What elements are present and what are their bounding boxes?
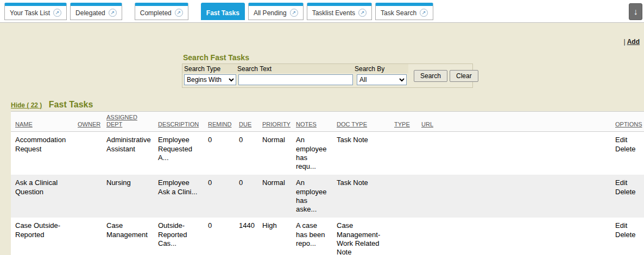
cell-due: 0: [235, 175, 258, 218]
search-controls-row: Begins With All: [182, 73, 408, 87]
tab-label: All Pending: [254, 9, 287, 17]
tab-label: Completed: [140, 9, 172, 17]
fast-tasks-table: NAME OWNER ASSIGNED DEPT DESCRIPTION REM…: [11, 111, 644, 255]
tab-label: Tasklist Events: [312, 9, 355, 17]
cell-options: Edit Delete: [611, 218, 644, 255]
tab-scroll-down-button[interactable]: ↓: [629, 3, 642, 20]
search-type-label: Search Type: [182, 65, 237, 73]
col-header-notes[interactable]: NOTES: [292, 119, 332, 131]
cell-type: [390, 132, 417, 175]
cell-notes: A case has been repo...: [292, 218, 332, 255]
search-type-select[interactable]: Begins With: [184, 74, 236, 85]
cell-url: [417, 132, 611, 175]
cell-doc-type: Task Note: [332, 175, 390, 218]
cell-notes: An employee has requ...: [292, 132, 332, 175]
col-header-priority[interactable]: PRIORITY: [258, 119, 292, 131]
fast-task-row: Accommodation Request Administrative Ass…: [11, 132, 644, 175]
cell-due: 1440: [235, 218, 258, 255]
tab-completed[interactable]: Completed ↗: [135, 3, 188, 20]
delete-link[interactable]: Delete: [615, 145, 640, 154]
col-header-options[interactable]: OPTIONS: [611, 119, 644, 131]
tab-fast-tasks[interactable]: Fast Tasks: [201, 3, 245, 20]
cell-remind: 0: [204, 175, 235, 218]
add-link[interactable]: Add: [627, 38, 640, 46]
search-buttons: Search Clear: [414, 70, 478, 82]
cell-url: [417, 218, 611, 255]
open-in-new-icon[interactable]: ↗: [358, 9, 367, 17]
fast-task-row: Case Outside-Reported Case Management Ou…: [11, 218, 644, 255]
cell-assigned-dept: Administrative Assistant: [102, 132, 154, 175]
delete-link[interactable]: Delete: [615, 231, 640, 239]
cell-name: Ask a Clinical Question: [11, 175, 73, 218]
delete-link[interactable]: Delete: [615, 188, 640, 196]
cell-options: Edit Delete: [611, 175, 644, 218]
tab-all-pending[interactable]: All Pending ↗: [248, 3, 304, 20]
list-title: Fast Tasks: [49, 100, 93, 109]
cell-assigned-dept: Case Management: [102, 218, 154, 255]
col-header-description[interactable]: DESCRIPTION: [154, 119, 204, 131]
col-header-type[interactable]: TYPE: [390, 119, 417, 131]
col-header-url[interactable]: URL: [417, 119, 611, 131]
cell-description: Outside-Reported Cas...: [154, 218, 204, 255]
search-button[interactable]: Search: [414, 70, 447, 82]
tab-label: Your Task List: [10, 9, 50, 17]
arrow-down-icon: ↓: [634, 7, 638, 17]
cell-doc-type: Task Note: [332, 132, 390, 175]
tab-your-task-list[interactable]: Your Task List ↗: [4, 3, 67, 20]
table-header-row: NAME OWNER ASSIGNED DEPT DESCRIPTION REM…: [11, 111, 644, 132]
cell-priority: High: [258, 218, 292, 255]
clear-button[interactable]: Clear: [450, 70, 478, 82]
cell-doc-type: Case Management-Work Related Note: [332, 218, 390, 255]
cell-name: Case Outside-Reported: [11, 218, 73, 255]
hide-count-link[interactable]: Hide ( 22 ): [11, 101, 42, 109]
tab-bar: Your Task List ↗ Delegated ↗ Completed ↗…: [0, 0, 644, 23]
cell-url: [417, 175, 611, 218]
col-header-remind[interactable]: REMIND: [204, 119, 235, 131]
col-header-name[interactable]: NAME: [11, 119, 73, 131]
open-in-new-icon[interactable]: ↗: [290, 9, 298, 17]
cell-description: Employee Requested A...: [154, 132, 204, 175]
open-in-new-icon[interactable]: ↗: [175, 9, 183, 17]
tab-label: Task Search: [381, 9, 416, 17]
search-by-label: Search By: [355, 65, 406, 73]
open-in-new-icon[interactable]: ↗: [53, 9, 61, 17]
cell-type: [390, 218, 417, 255]
list-header: Hide ( 22 ) Fast Tasks: [11, 100, 644, 110]
search-text-input[interactable]: [238, 74, 353, 85]
edit-link[interactable]: Edit: [615, 178, 640, 187]
edit-link[interactable]: Edit: [615, 136, 640, 144]
tab-tasklist-events[interactable]: Tasklist Events ↗: [307, 3, 372, 20]
search-fields: Search Type Search Text Search By Begins…: [182, 64, 408, 87]
search-text-label: Search Text: [237, 65, 355, 73]
search-box: Search Type Search Text Search By Begins…: [182, 63, 473, 88]
add-row: |Add: [0, 23, 644, 46]
cell-notes: An employee has aske...: [292, 175, 332, 218]
tab-task-search[interactable]: Task Search ↗: [375, 3, 433, 20]
cell-name: Accommodation Request: [11, 132, 73, 175]
search-section: Search Fast Tasks Search Type Search Tex…: [182, 53, 475, 88]
search-title: Search Fast Tasks: [183, 53, 475, 62]
edit-link[interactable]: Edit: [615, 221, 640, 230]
cell-remind: 0: [204, 132, 235, 175]
cell-priority: Normal: [258, 132, 292, 175]
col-header-due[interactable]: DUE: [235, 119, 258, 131]
open-in-new-icon[interactable]: ↗: [109, 9, 117, 17]
cell-owner: [73, 132, 102, 175]
fast-task-row: Ask a Clinical Question Nursing Employee…: [11, 175, 644, 218]
search-labels-row: Search Type Search Text Search By: [182, 64, 408, 73]
tab-label: Fast Tasks: [206, 9, 239, 17]
search-by-select[interactable]: All: [357, 74, 407, 85]
cell-type: [390, 175, 417, 218]
cell-owner: [73, 218, 102, 255]
tab-label: Delegated: [75, 9, 105, 17]
open-in-new-icon[interactable]: ↗: [420, 9, 428, 17]
tab-delegated[interactable]: Delegated ↗: [70, 3, 122, 20]
col-header-assigned-dept[interactable]: ASSIGNED DEPT: [102, 112, 154, 131]
cell-description: Employee Ask a Clini...: [154, 175, 204, 218]
cell-priority: Normal: [258, 175, 292, 218]
col-header-owner[interactable]: OWNER: [73, 119, 102, 131]
cell-remind: 0: [204, 218, 235, 255]
cell-options: Edit Delete: [611, 132, 644, 175]
col-header-doc-type[interactable]: DOC TYPE: [332, 119, 390, 131]
cell-due: 0: [235, 132, 258, 175]
